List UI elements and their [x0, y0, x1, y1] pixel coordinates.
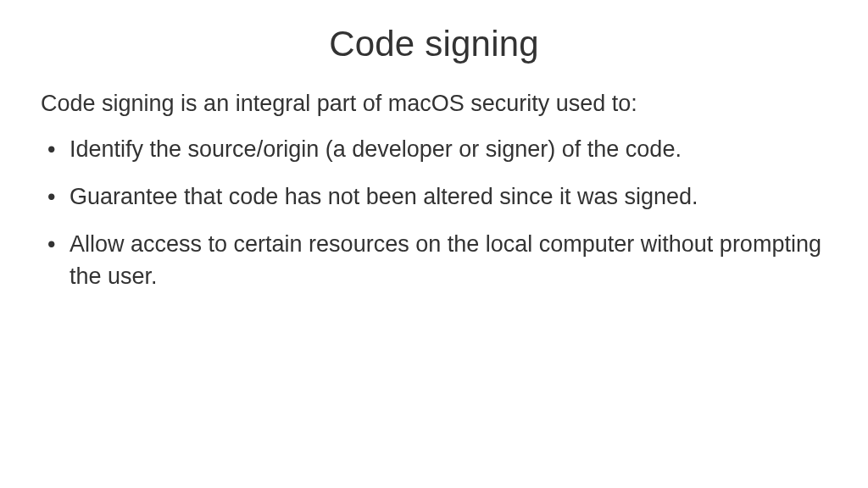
bullet-list: • Identify the source/origin (a develope…	[41, 134, 827, 292]
bullet-text: Identify the source/origin (a developer …	[70, 134, 827, 166]
list-item: • Guarantee that code has not been alter…	[46, 181, 827, 214]
list-item: • Identify the source/origin (a develope…	[46, 134, 827, 166]
bullet-icon: •	[46, 134, 70, 166]
bullet-icon: •	[46, 181, 70, 214]
bullet-icon: •	[46, 229, 70, 261]
slide-title: Code signing	[41, 24, 827, 64]
list-item: • Allow access to certain resources on t…	[46, 229, 827, 293]
bullet-text: Guarantee that code has not been altered…	[70, 181, 827, 214]
bullet-text: Allow access to certain resources on the…	[70, 229, 827, 293]
intro-paragraph: Code signing is an integral part of macO…	[41, 88, 827, 119]
